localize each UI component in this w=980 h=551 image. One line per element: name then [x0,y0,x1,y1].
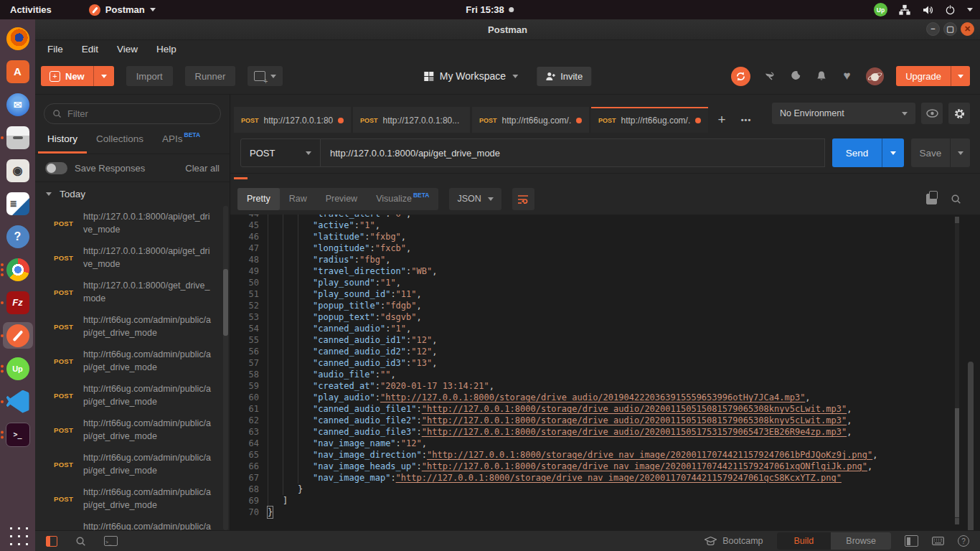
dock-item-postman[interactable] [3,322,33,349]
minimize-button[interactable]: − [926,22,940,36]
history-item[interactable]: POSThttp://rt66ug.com/admin/public/api/g… [35,516,230,530]
dock-item-chrome[interactable] [3,256,33,283]
app-menu[interactable]: Postman [82,0,163,19]
bell-icon[interactable] [814,70,828,83]
sidebar-tab-history[interactable]: History [38,126,87,154]
invite-button[interactable]: Invite [537,67,591,86]
import-button[interactable]: Import [126,66,173,86]
two-pane-view-icon[interactable] [905,535,918,547]
json-link-value[interactable]: "http://127.0.0.1:8000/storage/drive_aud… [422,403,847,415]
titlebar[interactable]: Postman − ▢ ✕ [35,19,980,40]
request-tab-3[interactable]: POSThttp://rt66ug.com/... [472,107,589,133]
browse-tab[interactable]: Browse [831,532,891,550]
editor-scrollbar-top-cap[interactable] [955,217,959,223]
show-applications-button[interactable] [6,523,29,547]
runner-button[interactable]: Runner [185,66,236,86]
history-item[interactable]: POSThttp://127.0.0.1:8000/api/get_drive_… [35,240,230,275]
view-tab-visualize[interactable]: VisualizeBETA [367,188,438,210]
json-link-value[interactable]: "http://127.0.0.1:8000/storage/drive_nav… [396,472,842,484]
dock-item-firefox[interactable] [3,25,33,52]
view-tab-raw[interactable]: Raw [280,188,316,210]
save-button[interactable]: Save [911,138,950,167]
request-tab-4[interactable]: POSThttp://rt66ug.com/... [591,107,708,133]
wrench-icon[interactable] [788,70,802,83]
tab-options-button[interactable]: ••• [733,107,759,133]
history-item[interactable]: POSThttp://rt66ug.com/admin/public/api/g… [35,447,230,481]
menu-file[interactable]: File [39,44,71,55]
json-link-value[interactable]: "http://127.0.0.1:8000/storage/drive_nav… [422,461,867,472]
satellite-icon[interactable] [763,70,776,83]
dock-item-filezilla[interactable]: Fz [3,289,33,316]
dock-item-upwork[interactable]: Up [3,355,33,382]
activities-button[interactable]: Activities [0,0,62,19]
history-item[interactable]: POSThttp://rt66ug.com/admin/public/api/g… [35,481,230,516]
history-item[interactable]: POSThttp://rt66ug.com/admin/public/api/g… [35,344,230,378]
avatar[interactable] [866,67,884,85]
history-item[interactable]: POSThttp://rt66ug.com/admin/public/api/g… [35,309,230,344]
menu-view[interactable]: View [109,44,146,55]
send-button[interactable]: Send [832,138,882,167]
url-input[interactable]: http://127.0.0.1:8000/api/get_drive_mode [321,138,825,167]
sync-icon[interactable] [731,67,750,86]
json-link-value[interactable]: "http://127.0.0.1:8000/storage/drive_aud… [422,426,847,438]
dock-item-rhythmbox[interactable]: ◉ [3,157,33,184]
dock-item-help[interactable]: ? [3,223,33,250]
wrap-text-button[interactable] [512,188,534,210]
history-item[interactable]: POSThttp://rt66ug.com/admin/public/api/g… [35,413,230,447]
json-link-value[interactable]: "http://127.0.0.1:8000/storage/drive_aud… [380,392,805,403]
editor-scrollbar-bottom-cap[interactable] [955,518,959,524]
response-body-editor[interactable]: 44"travel_alert": "0",45"active": "1",46… [230,215,980,530]
upgrade-button[interactable]: Upgrade [896,66,951,86]
environment-quicklook-button[interactable] [921,103,943,124]
send-dropdown-button[interactable] [882,138,904,167]
power-icon[interactable] [944,4,956,16]
json-link-value[interactable]: "http://127.0.0.1:8000/storage/drive_aud… [422,415,847,426]
sidebar-scrollbar-track[interactable] [223,206,228,530]
request-tab-2[interactable]: POSThttp://127.0.0.1:80... [353,107,470,133]
volume-icon[interactable] [921,4,933,16]
sidebar-scrollbar-thumb[interactable] [223,269,228,336]
dock-item-terminal[interactable]: >_ [3,421,33,448]
method-selector[interactable]: POST [240,138,321,167]
environment-settings-button[interactable] [948,103,970,124]
workspace-switcher[interactable]: My Workspace [424,70,518,82]
clock[interactable]: Fri 15:38 [466,0,514,19]
menu-help[interactable]: Help [149,44,184,55]
new-window-button[interactable] [248,66,283,86]
response-format-selector[interactable]: JSON [449,188,501,210]
toggle-sidebar-icon[interactable] [46,536,57,547]
upgrade-dropdown-button[interactable] [951,66,970,86]
new-dropdown-button[interactable] [93,66,114,86]
response-pane-scrollbar[interactable] [968,362,974,530]
build-tab[interactable]: Build [777,532,831,550]
save-responses-toggle[interactable] [45,162,67,174]
history-group-header[interactable]: Today [35,182,230,206]
filter-input[interactable]: Filter [44,103,221,124]
sidebar-tab-collections[interactable]: Collections [87,126,153,154]
save-dropdown-button[interactable] [950,138,970,167]
new-button[interactable]: + New [41,66,93,86]
editor-scrollbar-thumb[interactable] [955,408,959,517]
chevron-down-icon[interactable] [967,8,973,11]
maximize-button[interactable]: ▢ [943,22,957,36]
search-response-icon[interactable] [951,194,961,204]
request-tab-1[interactable]: POSThttp://127.0.0.1:80... [234,107,351,133]
find-icon[interactable] [75,535,87,547]
sidebar-tab-apis[interactable]: APIsBETA [153,126,209,154]
dock-item-vscode[interactable] [3,388,33,415]
help-icon[interactable]: ? [958,535,969,547]
open-new-tab-button[interactable]: + [710,107,733,133]
view-tab-preview[interactable]: Preview [316,188,367,210]
heart-icon[interactable]: ♥ [840,70,854,83]
history-item[interactable]: POSThttp://127.0.0.1:8000/api/get_drive_… [35,206,230,240]
bootcamp-button[interactable]: Bootcamp [705,536,763,546]
upwork-tray-icon[interactable]: Up [874,3,887,17]
dock-item-ubuntu-software[interactable]: A [3,58,33,85]
clear-all-button[interactable]: Clear all [185,163,220,174]
history-item[interactable]: POSThttp://127.0.0.1:8000/get_drive_mode [35,275,230,309]
dock-item-archive-manager[interactable] [3,124,33,151]
dock-item-libreoffice-writer[interactable]: ≣ [3,190,33,217]
dock-item-thunderbird[interactable]: ✉ [3,91,33,118]
close-button[interactable]: ✕ [961,22,974,36]
network-icon[interactable] [898,4,910,16]
